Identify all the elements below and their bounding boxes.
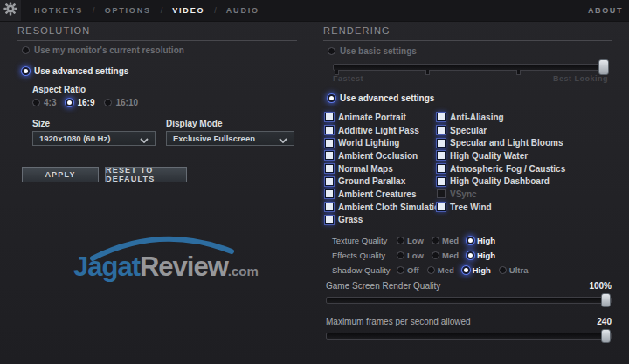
effects-quality-option-high[interactable]: High [467, 251, 495, 260]
checkbox-label: Ground Parallax [338, 176, 405, 186]
aspect-option-16-9[interactable]: 16:9 [66, 98, 94, 107]
settings-gear-button[interactable] [0, 0, 21, 21]
render-options-column-right: Anti-AliasingSpecularSpecular and Light … [437, 111, 565, 214]
tab-audio[interactable]: AUDIO [221, 6, 265, 15]
size-dropdown[interactable]: 1920x1080 (60 Hz) [32, 131, 156, 146]
resolution-section-title: RESOLUTION [17, 25, 297, 41]
checkbox-icon [325, 189, 334, 198]
render-quality-row: Game Screen Render Quality 100% [326, 281, 612, 291]
texture-quality-option-med[interactable]: Med [432, 236, 459, 245]
chevron-down-icon [279, 131, 287, 147]
shadow-quality-option-high[interactable]: High [462, 265, 491, 275]
shadow-quality-option-ultra[interactable]: Ultra [499, 265, 529, 275]
radio-icon [397, 237, 404, 244]
render-quality-value: 100% [589, 281, 612, 291]
checkbox-label: Ambient Cloth Simulation [338, 203, 445, 212]
tab-options[interactable]: OPTIONS [100, 6, 156, 15]
texture-quality-option-low[interactable]: Low [397, 236, 424, 245]
checkbox-grass[interactable]: Grass [325, 214, 445, 227]
rendering-section-title: RENDERING [323, 25, 612, 41]
option-basic-settings[interactable]: Use basic settings [328, 46, 417, 56]
quality-option-label: Med [442, 251, 459, 260]
checkbox-vsync[interactable]: VSync [437, 188, 565, 201]
quality-option-label: Low [407, 236, 424, 245]
quality-option-label: Off [407, 265, 419, 275]
basic-quality-slider-handle[interactable] [598, 59, 609, 75]
checkbox-label: High Quality Dashboard [450, 176, 550, 186]
radio-icon [467, 237, 474, 244]
option-rendering-advanced[interactable]: Use advanced settings [328, 93, 434, 103]
radio-icon [32, 99, 40, 106]
tab-about[interactable]: ABOUT [588, 6, 629, 15]
checkbox-ground-parallax[interactable]: Ground Parallax [325, 175, 445, 188]
effects-quality-option-med[interactable]: Med [432, 251, 459, 260]
checkbox-world-lighting[interactable]: World Lighting [325, 136, 445, 149]
checkbox-icon [325, 126, 334, 134]
checkbox-specular[interactable]: Specular [437, 124, 565, 137]
slider-tick [516, 70, 521, 75]
basic-quality-slider[interactable] [333, 64, 609, 71]
resolution-section: RESOLUTION Use my monitor's current reso… [17, 25, 297, 361]
quality-option-label: High [477, 251, 495, 260]
display-mode-dropdown-value: Exclusive Fullscreen [173, 134, 279, 143]
radio-icon [22, 46, 30, 54]
checkbox-label: Anti-Aliasing [450, 113, 504, 122]
checkbox-high-quality-water[interactable]: High Quality Water [437, 149, 565, 162]
option-monitor-resolution-label: Use my monitor's current resolution [34, 45, 184, 55]
option-rendering-advanced-label: Use advanced settings [340, 93, 434, 103]
size-dropdown-value: 1920x1080 (60 Hz) [39, 134, 140, 143]
aspect-option-4-3[interactable]: 4:3 [32, 98, 56, 107]
checkbox-high-quality-dashboard[interactable]: High Quality Dashboard [437, 175, 565, 188]
radio-icon [22, 67, 30, 75]
render-quality-slider[interactable] [326, 297, 612, 304]
quality-row-label: Texture Quality [332, 236, 397, 245]
shadow-quality-option-off[interactable]: Off [397, 265, 419, 275]
shadow-quality-option-med[interactable]: Med [427, 265, 454, 275]
checkbox-label: Ambient Creatures [338, 189, 416, 199]
checkbox-ambient-occlusion[interactable]: Ambient Occlusion [325, 149, 445, 162]
tab-hotkeys[interactable]: HOTKEYS [29, 6, 88, 15]
checkbox-label: Specular and Light Blooms [450, 138, 563, 148]
max-fps-row: Maximum frames per second allowed 240 [326, 317, 612, 326]
display-mode-label: Display Mode [166, 119, 222, 128]
max-fps-slider[interactable] [326, 333, 612, 340]
checkbox-label: Additive Light Pass [338, 126, 419, 135]
checkbox-ambient-cloth-simulation[interactable]: Ambient Cloth Simulation [325, 201, 445, 214]
checkbox-tree-wind[interactable]: Tree Wind [437, 201, 565, 214]
checkbox-icon [437, 164, 446, 173]
aspect-option-16-10[interactable]: 16:10 [104, 98, 138, 107]
radio-icon [432, 237, 439, 244]
reset-to-defaults-button[interactable]: RESET TO DEFAULTS [105, 167, 187, 182]
option-resolution-advanced[interactable]: Use advanced settings [22, 66, 128, 76]
option-monitor-resolution[interactable]: Use my monitor's current resolution [22, 45, 184, 55]
option-resolution-advanced-label: Use advanced settings [34, 66, 128, 76]
checkbox-atmospheric-fog-caustics[interactable]: Atmospheric Fog / Caustics [437, 162, 565, 175]
checkbox-additive-light-pass[interactable]: Additive Light Pass [325, 124, 445, 137]
checkbox-ambient-creatures[interactable]: Ambient Creatures [325, 188, 445, 201]
checkbox-icon [325, 151, 334, 160]
checkbox-anti-aliasing[interactable]: Anti-Aliasing [437, 111, 565, 124]
texture-quality-option-high[interactable]: High [467, 236, 495, 245]
checkbox-label: Grass [338, 215, 363, 224]
checkbox-icon [325, 177, 334, 186]
max-fps-value: 240 [597, 317, 612, 326]
checkbox-animate-portrait[interactable]: Animate Portrait [325, 111, 445, 124]
apply-button[interactable]: APPLY [22, 167, 99, 182]
max-fps-label: Maximum frames per second allowed [326, 317, 471, 326]
aspect-ratio-options: 4:316:916:10 [32, 98, 138, 107]
effects-quality-option-low[interactable]: Low [397, 251, 424, 260]
radio-icon [499, 266, 507, 274]
render-quality-label: Game Screen Render Quality [326, 281, 440, 291]
render-quality-slider-handle[interactable] [601, 293, 611, 307]
max-fps-slider-handle[interactable] [601, 329, 611, 343]
chevron-down-icon [140, 131, 149, 147]
display-mode-dropdown[interactable]: Exclusive Fullscreen [166, 131, 294, 146]
radio-icon [66, 99, 73, 106]
checkbox-normal-maps[interactable]: Normal Maps [325, 162, 445, 175]
checkbox-label: Tree Wind [450, 203, 492, 212]
checkbox-icon [325, 216, 334, 224]
checkbox-label: Specular [450, 126, 487, 135]
aspect-option-label: 4:3 [44, 98, 56, 107]
tab-video[interactable]: VIDEO [167, 6, 210, 15]
checkbox-specular-and-light-blooms[interactable]: Specular and Light Blooms [437, 136, 565, 149]
